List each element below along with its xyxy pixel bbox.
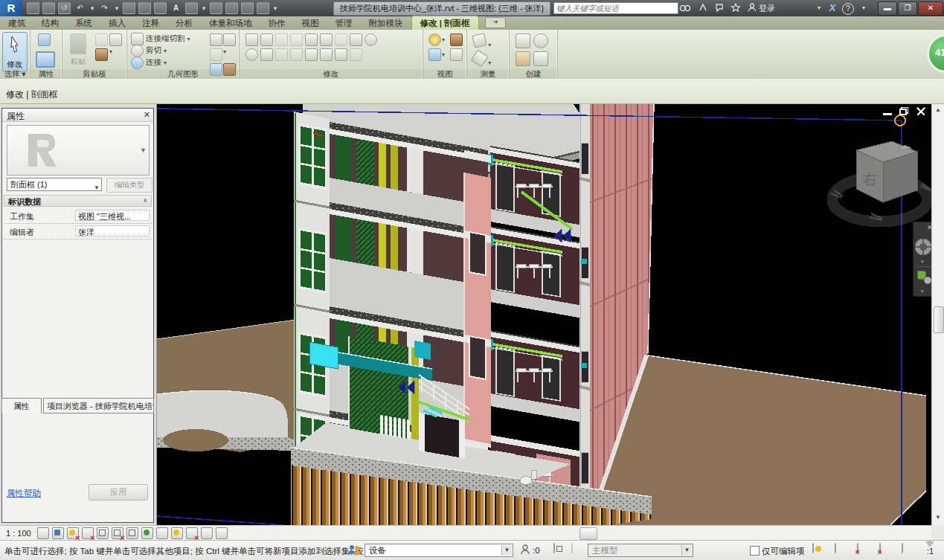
sun-path-icon[interactable] (67, 527, 79, 539)
apply-button[interactable]: 应用 (89, 484, 148, 501)
temporary-hide-isolate-icon[interactable] (156, 527, 168, 539)
tab-analyze[interactable]: 分析 (167, 16, 201, 30)
view-minimize-icon[interactable] (883, 113, 892, 115)
displaced-elements-icon[interactable] (216, 527, 228, 539)
properties-palette-header[interactable]: 属性 (2, 109, 153, 122)
open-icon[interactable] (27, 2, 39, 14)
sync-icon[interactable] (58, 2, 71, 14)
edit-type-button[interactable]: 编辑类型 (106, 178, 152, 193)
worksharing-display-icon[interactable] (186, 527, 198, 539)
rotate-icon[interactable] (245, 48, 258, 61)
render-icon[interactable] (450, 33, 463, 46)
sign-in-label[interactable]: 登录 (759, 3, 775, 14)
scale-icon[interactable] (335, 33, 347, 46)
unpin-icon[interactable] (320, 48, 333, 61)
infocenter-search-input[interactable] (553, 2, 678, 14)
section-icon[interactable] (210, 2, 222, 14)
type-properties-icon[interactable] (36, 51, 55, 68)
unjoin-icon[interactable] (210, 48, 222, 61)
editing-requests-count[interactable]: :0 (533, 546, 540, 555)
beam-coping-icon[interactable] (210, 33, 222, 46)
hide-elements-icon[interactable] (428, 48, 441, 61)
temporary-view-properties-icon[interactable] (201, 527, 213, 539)
sign-in-person-icon[interactable] (745, 2, 759, 14)
qat-customize-caret-icon[interactable] (272, 3, 278, 13)
design-options-icon[interactable] (553, 543, 555, 553)
tab-manage[interactable]: 管理 (327, 16, 361, 30)
geometry-caret-icon[interactable]: ▾ (223, 48, 234, 61)
view-scale[interactable]: 1 : 100 (6, 529, 31, 538)
tab-addins[interactable]: 附加模块 (361, 16, 411, 30)
paste-button[interactable]: 粘贴 (68, 33, 88, 67)
scroll-up-icon[interactable]: ▲ (934, 106, 943, 115)
ribbon-collapse-toggle[interactable]: ▫▾ (485, 17, 506, 28)
building-model[interactable] (157, 104, 926, 525)
type-selector-dropdown[interactable]: 剖面框 (1) ▼ (7, 178, 102, 191)
filter-count[interactable]: :1 (927, 547, 934, 556)
3d-caret-icon[interactable] (201, 3, 207, 13)
editedby-value[interactable]: 张洋 (75, 225, 150, 236)
properties-palette-icon[interactable] (38, 33, 51, 46)
copy-icon[interactable] (109, 33, 122, 46)
override-graphics-icon[interactable] (450, 48, 463, 61)
tab-architecture[interactable]: 建筑 (0, 16, 33, 30)
subscription-icon[interactable] (696, 2, 710, 14)
active-workset-dropdown[interactable]: 设备 ▼ (365, 544, 513, 557)
create-group-icon[interactable] (516, 33, 530, 48)
panel-select-label[interactable]: 选择 ▾ (0, 69, 30, 79)
properties-help-link[interactable]: 属性帮助 (7, 488, 41, 499)
tab-structure[interactable]: 结构 (33, 16, 67, 30)
split-icon[interactable] (305, 33, 318, 46)
drawing-area[interactable]: 右 ✕ ▾ ▾ (156, 104, 932, 525)
detail-level-icon[interactable] (37, 527, 49, 539)
signin-caret-icon[interactable]: ▾ (812, 2, 826, 14)
design-options-pick-icon[interactable] (571, 543, 573, 553)
clipboard-caret-icon[interactable]: ▾ (109, 48, 121, 61)
rendering-dialog-icon[interactable] (97, 527, 109, 539)
close-hidden-windows-icon[interactable] (241, 2, 254, 14)
select-pinned-icon[interactable] (857, 543, 858, 553)
editable-only-checkbox[interactable] (750, 546, 760, 556)
drag-on-selection-icon[interactable] (902, 543, 903, 553)
mirror-pick-icon[interactable] (275, 33, 288, 46)
text-icon[interactable] (170, 2, 182, 14)
shadows-icon[interactable] (82, 527, 94, 539)
trim-icon[interactable] (260, 48, 273, 61)
redo-caret-icon[interactable] (114, 3, 120, 13)
save-icon[interactable] (42, 2, 55, 14)
measure-tool-icon[interactable] (472, 33, 487, 48)
measure-icon[interactable] (123, 2, 135, 14)
load-family-folder-icon[interactable] (516, 51, 530, 66)
offset-icon[interactable] (260, 33, 273, 46)
wall-opening-icon[interactable] (223, 33, 236, 46)
tab-properties-palette[interactable]: 属性 (1, 398, 42, 413)
tab-project-browser[interactable]: 项目浏览器 - 技师学院机电培训... (43, 398, 154, 413)
help-icon[interactable]: ? (842, 3, 854, 15)
tab-systems[interactable]: 系统 (67, 16, 100, 30)
navigation-bar[interactable]: ✕ ▾ ▾ (913, 222, 932, 296)
create-parts-icon[interactable] (533, 51, 548, 66)
scroll-down-icon[interactable]: ▼ (934, 513, 943, 522)
view-window-controls[interactable] (883, 108, 925, 116)
select-by-face-icon[interactable] (879, 543, 881, 553)
select-links-icon[interactable] (812, 543, 814, 553)
horizontal-scrollbar[interactable] (228, 525, 931, 541)
align-dim-icon[interactable] (320, 33, 333, 46)
search-binoculars-icon[interactable] (678, 2, 692, 14)
tab-collaborate[interactable]: 协作 (260, 16, 294, 30)
align-icon[interactable] (245, 33, 258, 46)
reveal-hidden-elements-icon[interactable] (171, 527, 183, 539)
tab-insert[interactable]: 插入 (100, 16, 134, 30)
building-corner-edge[interactable] (579, 104, 590, 522)
3d-view[interactable]: 右 ✕ ▾ ▾ (157, 104, 932, 525)
navbar-more-caret-icon[interactable]: ▾ (921, 289, 924, 294)
view-caret-icon[interactable]: ▾ (442, 36, 448, 43)
aligned-dimension-icon[interactable] (138, 2, 151, 14)
dimension-tool-icon[interactable] (471, 50, 489, 68)
select-underlay-icon[interactable] (835, 543, 836, 553)
design-option-dropdown[interactable]: 主模型 ▼ (588, 544, 693, 557)
favorites-star-icon[interactable] (729, 2, 742, 14)
match-type-icon[interactable] (95, 48, 108, 61)
minimize-button[interactable]: ▬ (878, 1, 897, 16)
visual-style-icon[interactable] (52, 527, 64, 539)
